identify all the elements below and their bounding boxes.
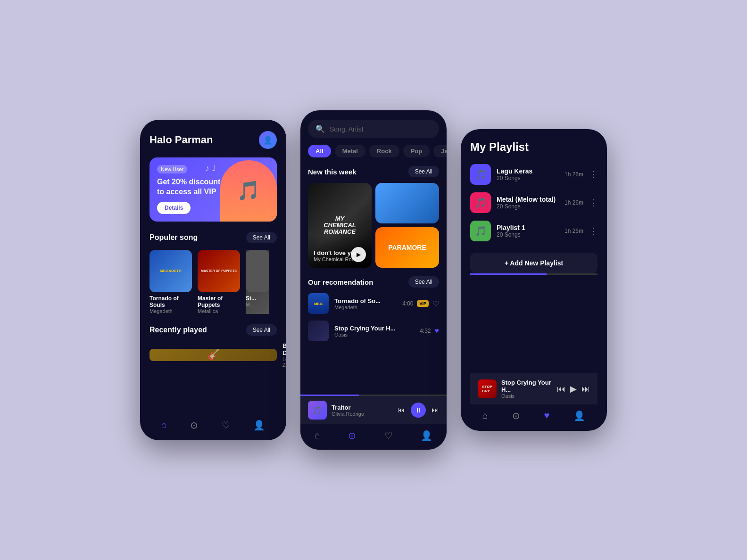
playlist-item-metal[interactable]: 🎵 Metal (Melow total) 20 Songs 1h 26m ⋮ — [470, 192, 598, 213]
recently-section-header: Recently played See All — [149, 324, 277, 336]
mid-nav-search[interactable]: ⊙ — [348, 430, 356, 441]
right-bottom-nav: ⌂ ⊙ ♥ 👤 — [470, 404, 598, 431]
playlist-songs-3: 20 Songs — [497, 231, 559, 238]
song-card-metallica[interactable]: MASTER OF PUPPETS Master of Puppets Meta… — [198, 250, 240, 314]
left-content: Halo Parman 👤 ♪ ♩ New User Get 20% disco… — [140, 120, 286, 440]
popular-title: Populer song — [149, 233, 198, 242]
playlist-more-2[interactable]: ⋮ — [589, 198, 598, 208]
phones-container: Halo Parman 👤 ♪ ♩ New User Get 20% disco… — [140, 110, 607, 450]
playlist-songs-2: 20 Songs — [497, 203, 559, 210]
search-icon: 🔍 — [315, 124, 325, 133]
nav-home-icon[interactable]: ⌂ — [161, 420, 167, 431]
rec-artist-1: Megadeth — [334, 305, 397, 310]
np-info: Traitor Olivia Rodrigo — [332, 404, 393, 417]
featured-card-mcr[interactable]: MYCHEMICALROMANCE I don't love you My Ch… — [308, 183, 372, 268]
rnp-play-button[interactable]: ▶ — [570, 384, 577, 394]
nav-search-icon[interactable]: ⊙ — [190, 420, 198, 431]
recent-item-blackdog[interactable]: 🎸 Black Dog Led Zeppelin 5:06 ♥ — [149, 342, 277, 368]
search-placeholder[interactable]: Song, Artist — [330, 125, 364, 133]
song-artist-metallica: Metallica — [198, 308, 240, 314]
playlist-more-1[interactable]: ⋮ — [589, 169, 598, 180]
mid-nav-profile[interactable]: 👤 — [421, 430, 432, 441]
add-playlist-button[interactable]: + Add New Playlist — [470, 253, 598, 273]
new-week-grid: MYCHEMICALROMANCE I don't love you My Ch… — [300, 183, 447, 268]
next-button[interactable]: ⏭ — [432, 406, 439, 414]
rec-heart-1[interactable]: ♡ — [432, 299, 439, 308]
mid-nav-heart[interactable]: ♡ — [384, 430, 393, 441]
genre-rock[interactable]: Rock — [369, 145, 399, 157]
popular-see-all[interactable]: See All — [246, 232, 277, 243]
small-card-1[interactable] — [375, 183, 439, 223]
rnp-next-button[interactable]: ⏭ — [581, 384, 590, 394]
genre-pop[interactable]: Pop — [403, 145, 430, 157]
prev-button[interactable]: ⏮ — [398, 406, 405, 414]
r-nav-profile[interactable]: 👤 — [573, 410, 585, 421]
nav-profile-icon[interactable]: 👤 — [253, 420, 265, 431]
search-bar[interactable]: 🔍 Song, Artist — [308, 120, 439, 138]
megadeth-art: MEGADETH — [149, 250, 192, 292]
mid-bottom-nav: ⌂ ⊙ ♡ 👤 — [300, 424, 447, 450]
rnp-prev-button[interactable]: ⏮ — [557, 384, 565, 394]
recently-see-all[interactable]: See All — [246, 324, 277, 336]
partial-art — [246, 250, 269, 292]
playlist-name-2: Metal (Melow total) — [497, 196, 559, 203]
playlist-item-lagu-keras[interactable]: 🎵 Lagu Keras 20 Songs 1h 26m ⋮ — [470, 164, 598, 185]
genre-metal[interactable]: Metal — [335, 145, 365, 157]
playlist-duration-3: 1h 26m — [564, 228, 583, 234]
new-week-header: New this week See All — [300, 166, 447, 177]
avatar[interactable]: 👤 — [259, 131, 277, 149]
led-zep-art: 🎸 — [149, 349, 277, 361]
rec-right-1: 4:00 VIP ♡ — [402, 299, 439, 308]
phone-right: My Playlist 🎵 Lagu Keras 20 Songs 1h 26m… — [461, 129, 607, 431]
rec-section-header: Our recomendation See All — [300, 276, 447, 288]
rec-item-oasis[interactable]: Stop Crying Your H... Oasis 4:32 ♥ — [308, 321, 439, 341]
np-controls: ⏮ ⏸ ⏭ — [398, 403, 439, 418]
pause-button[interactable]: ⏸ — [411, 403, 426, 418]
r-nav-search[interactable]: ⊙ — [512, 410, 520, 421]
recent-info-blackdog: Black Dog Led Zeppelin — [282, 342, 286, 368]
np-song: Traitor — [332, 404, 393, 411]
nav-heart-icon[interactable]: ♡ — [222, 420, 230, 431]
playlist-duration-2: 1h 26m — [564, 199, 583, 206]
blue-pattern-art — [375, 183, 439, 223]
paramore-text: PARAMORE — [388, 244, 426, 251]
rec-info-megadeth: Tornado of So... Megadeth — [334, 297, 397, 310]
playlist-page-title: My Playlist — [470, 140, 598, 154]
new-week-title: New this week — [308, 168, 357, 176]
popular-section-header: Populer song See All — [149, 232, 277, 243]
playlist-name-1: Lagu Keras — [497, 167, 559, 175]
playlist-more-3[interactable]: ⋮ — [589, 226, 598, 236]
popular-songs-list: MEGADETH Tornado of Souls Megadeth MASTE… — [149, 250, 277, 314]
rec-info-oasis: Stop Crying Your H... Oasis — [334, 325, 414, 338]
playlist-art-3: 🎵 — [470, 221, 491, 241]
progress-bar — [300, 395, 447, 396]
small-card-2[interactable]: PARAMORE — [375, 227, 439, 268]
music-notes-icon: ♪ ♩ — [205, 163, 216, 173]
rec-name-1: Tornado of So... — [334, 297, 397, 305]
recommendations-list: MEG Tornado of So... Megadeth 4:00 VIP ♡ — [300, 293, 447, 395]
genre-all[interactable]: All — [308, 145, 331, 157]
paramore-art: PARAMORE — [375, 227, 439, 268]
song-name-megadeth: Tornado of Souls — [149, 295, 192, 308]
rec-heart-2[interactable]: ♥ — [435, 327, 440, 335]
new-week-see-all[interactable]: See All — [408, 166, 439, 177]
rec-duration-1: 4:00 — [402, 300, 413, 307]
recent-name: Black Dog — [282, 342, 286, 356]
rnp-controls: ⏮ ▶ ⏭ — [557, 384, 590, 394]
playlist-item-playlist1[interactable]: 🎵 Playlist 1 20 Songs 1h 26m ⋮ — [470, 221, 598, 241]
playlist-songs-1: 20 Songs — [497, 175, 559, 181]
mcr-text: MYCHEMICALROMANCE — [324, 215, 356, 236]
details-button[interactable]: Details — [157, 202, 191, 214]
rec-item-megadeth[interactable]: MEG Tornado of So... Megadeth 4:00 VIP ♡ — [308, 293, 439, 314]
promo-banner: ♪ ♩ New User Get 20% discountto access a… — [149, 157, 277, 222]
np-art: 🎵 — [308, 401, 327, 420]
r-nav-heart[interactable]: ♥ — [544, 410, 550, 421]
r-nav-home[interactable]: ⌂ — [482, 410, 488, 421]
featured-play-button[interactable]: ▶ — [351, 247, 366, 262]
rec-see-all[interactable]: See All — [408, 276, 439, 288]
mid-nav-home[interactable]: ⌂ — [315, 430, 320, 441]
playlist-duration-1: 1h 26m — [564, 171, 583, 178]
genre-jazz[interactable]: Jazz — [433, 145, 447, 157]
song-card-megadeth[interactable]: MEGADETH Tornado of Souls Megadeth — [149, 250, 192, 314]
song-card-partial[interactable]: St... M... — [246, 250, 269, 314]
